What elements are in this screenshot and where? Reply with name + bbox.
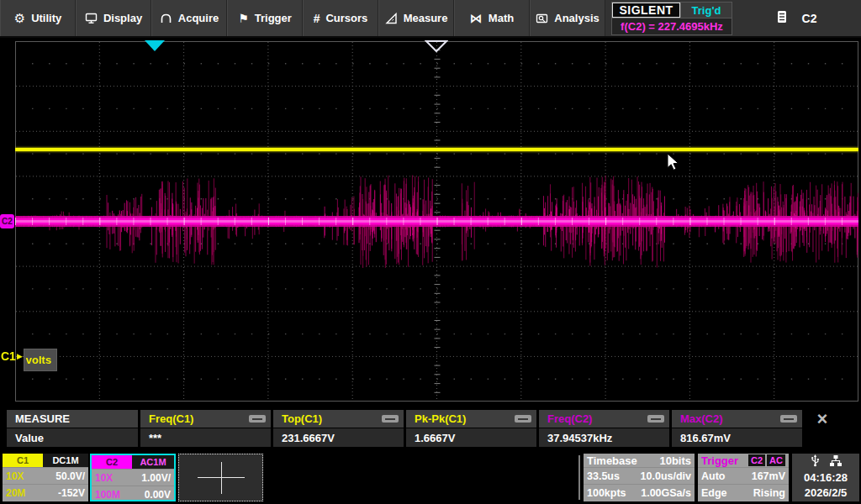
measurement-header[interactable]: Freq(C1) — [140, 410, 271, 428]
channel1-offset: -152V — [58, 487, 85, 499]
measurement-value: 231.6667V — [273, 428, 404, 447]
menu-item-label: Math — [489, 12, 514, 24]
menu-item-label: Analysis — [554, 12, 599, 24]
close-measure-panel-button[interactable]: × — [810, 410, 835, 428]
trigger-row-1: Auto 167mV — [698, 467, 789, 484]
add-channel-box[interactable] — [178, 454, 263, 501]
remove-measurement-button[interactable] — [780, 415, 797, 423]
measure-panel-title: MEASURE — [7, 410, 138, 428]
bottom-status-bar: C1 DC1M 10X 50.0V/ 20M -152V C2 AC1M 10X… — [0, 452, 861, 504]
measurement-header[interactable]: Freq(C2) — [539, 410, 669, 428]
channel1-status-box[interactable]: C1 DC1M 10X 50.0V/ 20M -152V — [3, 454, 88, 501]
io-status-icons — [810, 455, 843, 469]
measurement-header[interactable]: Pk-Pk(C1) — [406, 410, 536, 428]
math-icon: ⋈ — [470, 12, 483, 24]
status-cluster[interactable]: SIGLENT Trig'd f(C2) = 227.4695kHz — [611, 2, 732, 35]
gear-icon: ⚙ — [14, 12, 25, 24]
channel2-position-marker[interactable]: C2 — [0, 214, 14, 228]
measure-column-Top(C1): Top(C1)231.6667V — [273, 410, 404, 447]
measurement-label: Freq(C2) — [547, 412, 592, 425]
trigger-row-2: Edge Rising — [698, 484, 789, 501]
menu-item-label: Display — [103, 12, 142, 24]
channel2-scale: 1.00V/ — [141, 472, 171, 484]
display-icon — [85, 13, 98, 24]
menu-item-analysis[interactable]: Analysis — [530, 0, 605, 36]
menu-items: ⚙UtilityDisplayAcquire⚑Trigger#CursorsMe… — [0, 0, 605, 36]
channel-list-icon — [777, 10, 787, 26]
menu-item-utility[interactable]: ⚙Utility — [0, 0, 76, 36]
trigger-delay-marker[interactable] — [425, 39, 448, 53]
channel1-position-marker[interactable]: C1 ▶ volts — [1, 349, 57, 371]
trigger-position-marker[interactable] — [145, 40, 165, 51]
measurement-value: 816.67mV — [672, 428, 802, 447]
timebase-title: Timebase — [587, 454, 637, 467]
measurement-header[interactable]: Top(C1) — [273, 410, 404, 428]
channel1-chip: C1 — [3, 454, 43, 467]
clock-box[interactable]: 04:16:28 2026/2/5 — [792, 454, 859, 501]
channel2-probe: 10X — [95, 472, 113, 484]
measurement-label: Max(C2) — [680, 412, 723, 425]
measurement-label: Top(C1) — [282, 412, 322, 425]
measure-column-Freq(C2): Freq(C2)37.94537kHz — [539, 410, 669, 447]
active-channel-label: C2 — [802, 12, 817, 25]
measure-label-column: MEASUREValue — [7, 410, 138, 447]
channel1-marker-tooltip: volts — [24, 349, 57, 371]
menu-item-trigger[interactable]: ⚑Trigger — [227, 0, 303, 36]
timebase-box[interactable]: Timebase 10bits 33.5us 10.0us/div 100kpt… — [584, 454, 695, 501]
menu-item-cursors[interactable]: #Cursors — [303, 0, 378, 36]
measure-column-Max(C2): Max(C2)816.67mV — [672, 410, 802, 447]
clock-time: 04:16:28 — [804, 471, 848, 484]
menu-item-math[interactable]: ⋈Math — [454, 0, 530, 36]
timebase-points: 100kpts — [587, 487, 626, 499]
measure-panel: MEASUREValueFreq(C1)***Top(C1)231.6667VP… — [0, 410, 861, 449]
channel2-chip: C2 — [92, 455, 132, 469]
channel2-status-box[interactable]: C2 AC1M 10X 1.00V/ 100M 0.00V — [90, 454, 176, 501]
remove-measurement-button[interactable] — [249, 415, 266, 423]
measure-column-Pk-Pk(C1): Pk-Pk(C1)1.6667V — [406, 410, 536, 447]
waveform-display-area[interactable]: C2 C1 ▶ volts — [0, 39, 861, 410]
frequency-counter: f(C2) = 227.4695kHz — [612, 18, 732, 34]
channel1-probe: 10X — [6, 470, 24, 482]
waveform-traces — [15, 41, 858, 402]
channel1-coupling: DC1M — [43, 454, 88, 467]
trigger-box[interactable]: Trigger C2 AC Auto 167mV Edge Rising — [698, 454, 789, 501]
cursors-icon: # — [314, 13, 320, 24]
channel1-scale: 50.0V/ — [55, 470, 85, 482]
channel1-bandwidth: 20M — [6, 487, 25, 499]
timebase-sample-rate: 1.00GSa/s — [641, 487, 691, 499]
timebase-row-1: 33.5us 10.0us/div — [584, 467, 695, 484]
channel2-header: C2 AC1M — [92, 455, 174, 469]
remove-measurement-button[interactable] — [382, 415, 399, 423]
channel1-offset-row: 20M -152V — [3, 484, 88, 501]
measurement-value: *** — [140, 428, 271, 447]
channel1-marker-label: C1 — [1, 349, 16, 364]
menu-item-measure[interactable]: Measure — [378, 0, 454, 36]
lan-icon — [829, 454, 843, 470]
channel1-marker-arrow-icon: ▶ — [17, 349, 23, 364]
remove-measurement-button[interactable] — [647, 415, 664, 423]
crosshair-icon — [221, 462, 222, 494]
menu-item-label: Utility — [31, 12, 61, 24]
trigger-coupling-chip: AC — [767, 454, 785, 466]
remove-measurement-button[interactable] — [515, 415, 531, 423]
measurement-header[interactable]: Max(C2) — [672, 410, 802, 428]
menu-bar: ⚙UtilityDisplayAcquire⚑Trigger#CursorsMe… — [0, 0, 861, 38]
measurement-label: Freq(C1) — [149, 412, 193, 425]
active-channel-indicator[interactable]: C2 — [732, 0, 861, 36]
oscilloscope-screen: ⚙UtilityDisplayAcquire⚑Trigger#CursorsMe… — [0, 0, 861, 504]
menu-item-acquire[interactable]: Acquire — [151, 0, 227, 36]
trigger-chips: C2 AC — [748, 454, 785, 466]
trigger-slope: Rising — [753, 487, 785, 499]
channel2-bandwidth: 100M — [95, 489, 120, 501]
measurement-value: 1.6667V — [406, 428, 536, 447]
flag-icon: ⚑ — [238, 13, 249, 24]
channel1-header: C1 DC1M — [3, 454, 88, 467]
trigger-mode: Auto — [701, 470, 725, 482]
timebase-row-2: 100kpts 1.00GSa/s — [584, 484, 695, 501]
channel2-coupling: AC1M — [132, 455, 174, 469]
menu-item-display[interactable]: Display — [76, 0, 151, 36]
trigger-source-chip: C2 — [748, 454, 765, 466]
menu-item-label: Cursors — [325, 12, 367, 24]
menu-item-label: Trigger — [255, 12, 292, 24]
timebase-header: Timebase 10bits — [584, 454, 695, 467]
